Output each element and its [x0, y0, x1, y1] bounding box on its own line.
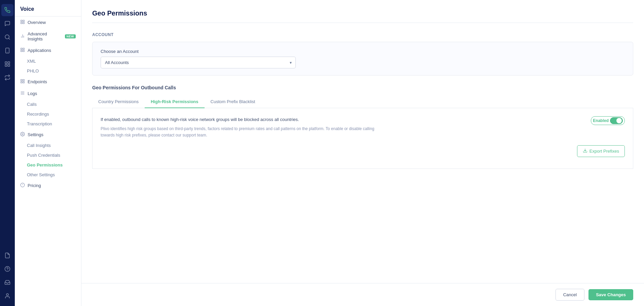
tabs: Country Permissions High-Risk Permission… — [92, 96, 633, 108]
sidebar-item-applications[interactable]: Applications — [15, 44, 81, 56]
icon-rail — [0, 0, 15, 306]
sidebar-transcription-label: Transcription — [27, 121, 52, 126]
overview-icon — [20, 20, 25, 25]
sidebar-item-phlo[interactable]: PHLO — [15, 66, 81, 76]
sidebar: Voice Overview Advanced Insights NEW App… — [15, 0, 81, 306]
account-nav-icon[interactable] — [1, 290, 13, 302]
svg-rect-19 — [23, 48, 24, 50]
inbox-nav-icon[interactable] — [1, 276, 13, 288]
sidebar-pricing-label: Pricing — [28, 183, 41, 188]
svg-rect-22 — [21, 80, 22, 81]
svg-rect-25 — [21, 82, 22, 83]
info-row: If enabled, outbound calls to known high… — [101, 116, 625, 139]
sidebar-title: Voice — [15, 0, 81, 17]
sidebar-settings-label: Settings — [28, 132, 43, 137]
sidebar-item-overview[interactable]: Overview — [15, 17, 81, 28]
logs-icon — [20, 91, 25, 96]
toggle-knob — [616, 118, 622, 123]
svg-rect-20 — [23, 50, 24, 52]
new-badge: NEW — [65, 34, 76, 38]
svg-rect-4 — [5, 62, 7, 63]
svg-line-1 — [8, 38, 9, 39]
sidebar-phlo-label: PHLO — [27, 68, 39, 73]
svg-rect-14 — [21, 22, 22, 24]
geo-perms-title: Geo Permissions For Outbound Calls — [92, 85, 633, 90]
sidebar-overview-label: Overview — [28, 20, 46, 25]
page-title: Geo Permissions — [92, 9, 633, 23]
sidebar-endpoints-label: Endpoints — [28, 79, 47, 84]
sidebar-item-geo-permissions[interactable]: Geo Permissions — [15, 160, 81, 170]
svg-point-10 — [6, 294, 8, 296]
account-select[interactable]: All Accounts — [101, 57, 296, 68]
sidebar-logs-label: Logs — [28, 91, 37, 96]
sidebar-item-endpoints[interactable]: Endpoints — [15, 76, 81, 88]
info-text: If enabled, outbound calls to known high… — [101, 116, 583, 139]
svg-rect-12 — [23, 20, 24, 22]
cancel-button[interactable]: Cancel — [556, 289, 584, 301]
pricing-icon — [20, 183, 25, 188]
export-prefixes-button[interactable]: Export Prefixes — [577, 145, 625, 157]
account-select-wrap: All Accounts ▾ — [101, 57, 296, 68]
sidebar-item-xml[interactable]: XML — [15, 56, 81, 66]
sidebar-item-transcription[interactable]: Transcription — [15, 119, 81, 129]
main-content: Geo Permissions Account Choose an Accoun… — [81, 0, 644, 283]
endpoints-icon — [20, 79, 25, 85]
sidebar-item-other-settings[interactable]: Other Settings — [15, 170, 81, 180]
sidebar-calls-label: Calls — [27, 102, 37, 107]
svg-rect-13 — [23, 22, 24, 24]
settings-icon — [20, 132, 25, 137]
main-area: Geo Permissions Account Choose an Accoun… — [81, 0, 644, 306]
svg-rect-7 — [5, 65, 7, 66]
svg-rect-21 — [21, 50, 22, 52]
tab-country-permissions[interactable]: Country Permissions — [92, 96, 145, 108]
chat-nav-icon[interactable] — [1, 18, 13, 30]
sidebar-advanced-insights-label: Advanced Insights — [28, 31, 62, 41]
account-section-label: Account — [92, 32, 633, 37]
sidebar-item-logs[interactable]: Logs — [15, 88, 81, 99]
svg-rect-5 — [8, 62, 10, 63]
export-icon — [583, 148, 587, 154]
svg-rect-24 — [23, 82, 24, 83]
sidebar-item-settings[interactable]: Settings — [15, 129, 81, 141]
advanced-insights-icon — [20, 34, 25, 39]
help-nav-icon[interactable] — [1, 263, 13, 275]
sidebar-geo-permissions-label: Geo Permissions — [27, 162, 63, 167]
high-risk-info-secondary: Plivo identifies high risk groups based … — [101, 126, 377, 139]
svg-rect-11 — [21, 20, 22, 22]
search-nav-icon[interactable] — [1, 31, 13, 43]
high-risk-info-primary: If enabled, outbound calls to known high… — [101, 116, 583, 123]
flows-nav-icon[interactable] — [1, 71, 13, 84]
account-box: Choose an Account All Accounts ▾ — [92, 42, 633, 75]
svg-rect-18 — [21, 48, 22, 50]
sidebar-item-push-credentials[interactable]: Push Credentials — [15, 150, 81, 160]
tab-panel-high-risk: If enabled, outbound calls to known high… — [92, 108, 633, 169]
voice-nav-icon[interactable] — [1, 4, 13, 16]
toggle-label: Enabled — [593, 118, 609, 123]
svg-rect-23 — [23, 80, 24, 81]
choose-account-label: Choose an Account — [101, 49, 625, 54]
geo-perms-section: Geo Permissions For Outbound Calls Count… — [92, 85, 633, 169]
tab-high-risk-permissions[interactable]: High-Risk Permissions — [145, 96, 205, 108]
svg-rect-6 — [8, 65, 10, 66]
reports-nav-icon[interactable] — [1, 249, 13, 262]
sms-nav-icon[interactable] — [1, 44, 13, 57]
sidebar-item-call-insights[interactable]: Call Insights — [15, 141, 81, 150]
sidebar-xml-label: XML — [27, 59, 36, 64]
sidebar-item-recordings[interactable]: Recordings — [15, 109, 81, 119]
sidebar-applications-label: Applications — [28, 48, 51, 53]
enabled-toggle[interactable] — [610, 117, 623, 124]
sidebar-item-calls[interactable]: Calls — [15, 99, 81, 109]
tab-custom-prefix-blacklist[interactable]: Custom Prefix Blacklist — [205, 96, 261, 108]
sidebar-item-advanced-insights[interactable]: Advanced Insights NEW — [15, 28, 81, 44]
sidebar-item-pricing[interactable]: Pricing — [15, 180, 81, 191]
sidebar-recordings-label: Recordings — [27, 112, 49, 117]
svg-point-29 — [22, 133, 23, 135]
export-prefixes-label: Export Prefixes — [589, 149, 619, 154]
applications-icon — [20, 48, 25, 53]
sidebar-call-insights-label: Call Insights — [27, 143, 51, 148]
apps-nav-icon[interactable] — [1, 58, 13, 70]
sidebar-push-credentials-label: Push Credentials — [27, 153, 60, 158]
sidebar-other-settings-label: Other Settings — [27, 172, 55, 177]
save-changes-button[interactable]: Save Changes — [588, 289, 633, 300]
toggle-border: Enabled — [591, 116, 625, 125]
